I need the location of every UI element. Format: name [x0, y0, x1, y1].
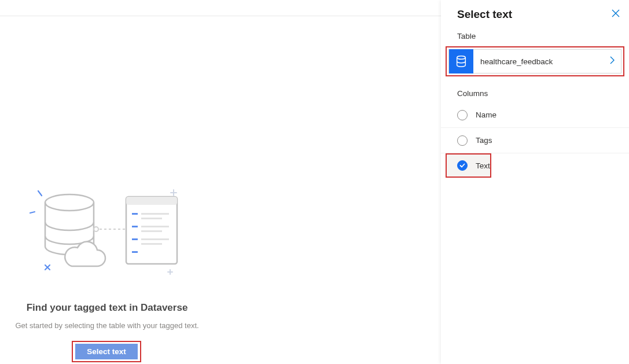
- columns-list: Name Tags Text: [441, 102, 629, 178]
- svg-point-23: [457, 56, 466, 60]
- select-text-highlight: Select text: [72, 341, 141, 362]
- app-root: Find your tagged text in Dataverse Get s…: [0, 0, 629, 364]
- svg-point-2: [45, 194, 94, 211]
- chevron-right-icon: [609, 56, 621, 67]
- table-selector[interactable]: healthcare_feedback: [448, 49, 621, 73]
- table-name: healthcare_feedback: [473, 57, 609, 66]
- panel-title: Select text: [457, 8, 512, 21]
- svg-rect-14: [141, 238, 169, 240]
- radio-checked-icon: [457, 160, 468, 171]
- svg-rect-13: [132, 238, 138, 240]
- columns-section-label: Columns: [441, 87, 629, 102]
- table-icon: [449, 49, 473, 73]
- select-text-panel: Select text Table healthcare_feedback: [441, 0, 629, 364]
- column-option-tags[interactable]: Tags: [441, 128, 629, 153]
- column-label: Text: [476, 161, 490, 170]
- svg-line-1: [30, 212, 35, 213]
- radio-unchecked-icon: [457, 135, 468, 146]
- svg-rect-9: [141, 218, 162, 219]
- svg-rect-7: [132, 213, 138, 215]
- svg-rect-11: [141, 226, 169, 227]
- svg-rect-16: [132, 251, 138, 253]
- select-text-button[interactable]: Select text: [75, 344, 138, 359]
- svg-rect-12: [141, 230, 162, 232]
- panel-header: Select text: [441, 3, 629, 31]
- main-area: Find your tagged text in Dataverse Get s…: [0, 0, 441, 364]
- close-icon[interactable]: [609, 6, 622, 23]
- svg-rect-6: [126, 197, 177, 205]
- column-option-text[interactable]: Text: [447, 155, 490, 177]
- svg-line-0: [38, 191, 42, 196]
- table-section-label: Table: [441, 31, 629, 46]
- dataverse-illustration: [28, 184, 190, 277]
- svg-rect-10: [132, 226, 138, 227]
- column-label: Name: [476, 111, 496, 119]
- main-heading: Find your tagged text in Dataverse: [0, 302, 214, 314]
- svg-rect-8: [141, 213, 169, 215]
- top-bar: [0, 0, 441, 16]
- column-option-name[interactable]: Name: [441, 102, 629, 128]
- svg-rect-15: [141, 243, 162, 245]
- main-subtext: Get started by selecting the table with …: [0, 321, 214, 330]
- column-label: Tags: [476, 136, 492, 145]
- column-option-text-highlight: Text: [441, 153, 629, 178]
- table-row-highlight: healthcare_feedback: [446, 46, 624, 76]
- radio-unchecked-icon: [457, 110, 468, 120]
